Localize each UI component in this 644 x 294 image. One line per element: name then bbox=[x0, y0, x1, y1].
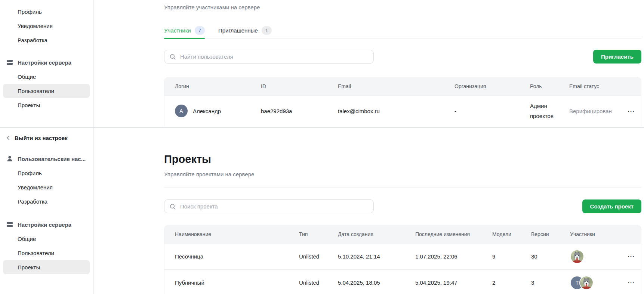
tab-count-badge: 1 bbox=[262, 26, 272, 35]
project-models-count: 2 bbox=[492, 279, 531, 286]
server-settings-page: Профиль Уведомления Разработка Настройки… bbox=[0, 0, 644, 294]
project-type: Unlisted bbox=[299, 279, 338, 286]
project-created: 5.04.2025, 18:05 bbox=[338, 279, 415, 286]
sidebar-section-label: Настройки сервера bbox=[18, 59, 71, 66]
table-row[interactable]: А Александр bae292d93a talex@cimbox.ru -… bbox=[164, 95, 641, 126]
sidebar-item-development[interactable]: Разработка bbox=[0, 33, 93, 47]
users-table-header: Логин ID Email Организация Роль Email ст… bbox=[164, 77, 641, 95]
users-tabs: Участники 7 Приглашенные 1 bbox=[164, 22, 641, 38]
avatar: А bbox=[175, 105, 188, 117]
sidebar-item-users[interactable]: Пользователи bbox=[3, 84, 90, 98]
project-name: Публичный bbox=[164, 279, 299, 286]
project-created: 5.10.2024, 21:14 bbox=[338, 253, 415, 260]
invite-button[interactable]: Пригласить bbox=[593, 50, 641, 64]
sidebar-item-label: Пользователи bbox=[18, 250, 54, 256]
project-versions-count: 3 bbox=[531, 279, 570, 286]
sidebar-item-profile[interactable]: Профиль bbox=[0, 166, 93, 180]
table-row[interactable]: Песочница Unlisted 5.10.2024, 21:14 1.07… bbox=[164, 243, 641, 269]
sidebar-item-label: Разработка bbox=[18, 198, 47, 205]
sidebar-item-label: Общие bbox=[18, 236, 36, 242]
sidebar-item-projects[interactable]: Проекты bbox=[0, 98, 93, 112]
project-versions-count: 30 bbox=[531, 253, 570, 260]
column-header-versions: Версии bbox=[531, 231, 570, 237]
user-login: Александр bbox=[193, 108, 221, 114]
sidebar-section-server-settings[interactable]: Настройки сервера bbox=[0, 55, 93, 69]
user-icon bbox=[6, 155, 13, 163]
column-header-type: Тип bbox=[299, 231, 338, 237]
tab-count-badge: 7 bbox=[195, 26, 205, 35]
user-email-status: Верифицирован bbox=[569, 108, 620, 114]
sidebar-item-label: Профиль bbox=[18, 170, 42, 176]
user-login-cell: А Александр bbox=[164, 105, 261, 117]
row-menu-button[interactable]: ··· bbox=[620, 108, 641, 114]
column-header-id: ID bbox=[261, 83, 338, 89]
sidebar-item-label: Проекты bbox=[18, 264, 40, 270]
user-email: talex@cimbox.ru bbox=[338, 108, 455, 114]
table-row[interactable]: Публичный Unlisted 5.04.2025, 18:05 5.04… bbox=[164, 269, 641, 294]
sidebar-bottom: Выйти из настроек Пользовательские нас..… bbox=[0, 128, 94, 294]
projects-subtitle: Управляйте проектами на сервере bbox=[164, 171, 641, 177]
users-toolbar: Пригласить bbox=[164, 50, 641, 64]
row-menu-button[interactable]: ··· bbox=[620, 279, 641, 286]
sidebar-item-projects[interactable]: Проекты bbox=[3, 260, 90, 274]
column-header-name: Наименование bbox=[164, 231, 299, 237]
sidebar-top: Профиль Уведомления Разработка Настройки… bbox=[0, 0, 94, 127]
sidebar-item-general[interactable]: Общие bbox=[0, 232, 93, 246]
projects-page-block: Выйти из настроек Пользовательские нас..… bbox=[0, 128, 644, 294]
project-search[interactable] bbox=[164, 199, 374, 213]
exit-settings-button[interactable]: Выйти из настроек bbox=[0, 131, 93, 145]
tab-members[interactable]: Участники 7 bbox=[164, 22, 205, 38]
users-subtitle: Управляйте участниками на сервере bbox=[164, 4, 641, 10]
server-icon bbox=[6, 59, 13, 66]
sidebar-section-user-settings[interactable]: Пользовательские нас... bbox=[0, 152, 93, 166]
search-icon bbox=[169, 53, 176, 60]
sidebar-item-development[interactable]: Разработка bbox=[0, 194, 93, 208]
column-header-email-status: Email статус bbox=[569, 83, 620, 89]
column-header-login: Логин bbox=[164, 83, 261, 89]
user-search-input[interactable] bbox=[179, 53, 369, 60]
column-header-email: Email bbox=[338, 83, 455, 89]
sidebar-item-label: Разработка bbox=[18, 37, 47, 43]
column-header-members: Участники bbox=[570, 231, 620, 237]
exit-settings-label: Выйти из настроек bbox=[15, 135, 68, 141]
column-header-modified: Последние изменения bbox=[415, 231, 492, 237]
sidebar-item-profile[interactable]: Профиль bbox=[0, 4, 93, 19]
project-models-count: 9 bbox=[492, 253, 531, 260]
project-search-input[interactable] bbox=[179, 203, 369, 210]
user-id: bae292d93a bbox=[261, 108, 338, 114]
sidebar-item-label: Проекты bbox=[18, 102, 40, 108]
chevron-left-icon bbox=[5, 134, 11, 141]
sidebar-item-users[interactable]: Пользователи bbox=[0, 246, 93, 260]
project-type: Unlisted bbox=[299, 253, 338, 260]
sidebar-item-notifications[interactable]: Уведомления bbox=[0, 180, 93, 194]
users-page-block: Профиль Уведомления Разработка Настройки… bbox=[0, 0, 644, 127]
user-search[interactable] bbox=[164, 50, 374, 64]
projects-toolbar: Создать проект bbox=[164, 199, 641, 213]
tab-invited[interactable]: Приглашенные 1 bbox=[218, 22, 272, 38]
sidebar-item-notifications[interactable]: Уведомления bbox=[0, 19, 93, 33]
sidebar-item-general[interactable]: Общие bbox=[0, 69, 93, 84]
project-modified: 5.04.2025, 19:47 bbox=[415, 279, 492, 286]
column-header-created: Дата создания bbox=[338, 231, 415, 237]
user-organization: - bbox=[455, 108, 530, 114]
page-title: Проекты bbox=[164, 151, 641, 167]
server-icon bbox=[6, 221, 13, 228]
column-header-models: Модели bbox=[492, 231, 531, 237]
tab-label: Участники bbox=[164, 27, 191, 34]
row-menu-button[interactable]: ··· bbox=[620, 253, 641, 260]
section-divider bbox=[164, 188, 641, 188]
create-project-button[interactable]: Создать проект bbox=[582, 199, 641, 213]
projects-table: Наименование Тип Дата создания Последние… bbox=[164, 225, 641, 294]
project-modified: 1.07.2025, 22:06 bbox=[415, 253, 492, 260]
member-avatar-photo bbox=[570, 250, 584, 264]
sidebar-item-label: Общие bbox=[18, 74, 36, 80]
sidebar-section-server-settings[interactable]: Настройки сервера bbox=[0, 217, 93, 232]
column-header-role: Роль bbox=[530, 83, 569, 89]
users-content: Управляйте участниками на сервере Участн… bbox=[94, 0, 644, 127]
project-members: T bbox=[570, 276, 620, 290]
user-role: Админ проектов bbox=[530, 101, 569, 121]
column-header-organization: Организация bbox=[455, 83, 530, 89]
project-name: Песочница bbox=[164, 253, 299, 260]
member-avatar-photo bbox=[579, 276, 594, 290]
projects-content: Проекты Управляйте проектами на сервере … bbox=[94, 128, 644, 294]
